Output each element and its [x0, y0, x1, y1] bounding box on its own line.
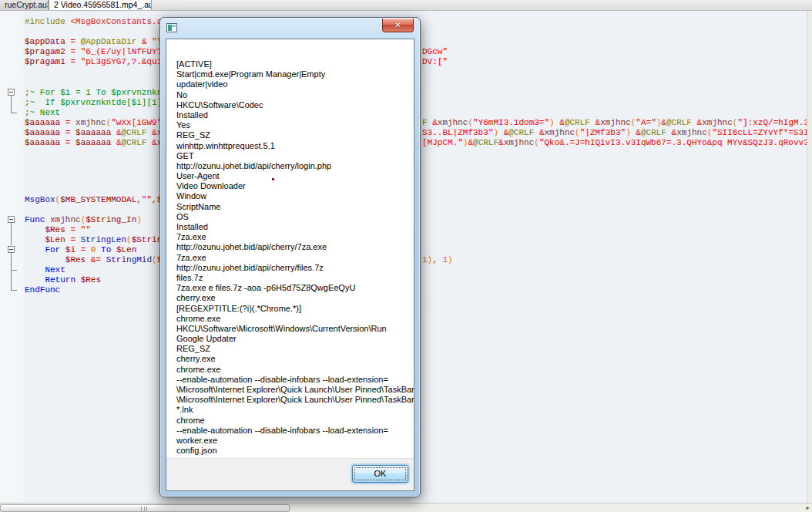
dialog-message-line: Video Downloader	[176, 181, 408, 191]
code-token: &	[152, 138, 157, 147]
code-token: (	[534, 138, 539, 147]
dialog-message-line: chrome	[176, 416, 408, 426]
code-token: xmjhnc	[438, 118, 468, 127]
code-token: ;~ For $i = 1 To $pxrvnznkntde	[25, 88, 177, 97]
code-token: @AppDataDir	[81, 37, 137, 46]
code-token	[60, 118, 65, 127]
code-token: @CRLF	[473, 138, 498, 147]
code-token: @CRLF	[508, 128, 534, 137]
dialog-message-line: updater|video	[176, 79, 408, 89]
code-token: "Y6mMI3.1dom3="	[473, 118, 549, 127]
code-token: xmjhnc	[50, 215, 81, 224]
code-fragment-right-of-dialog: 1), 1)	[422, 255, 453, 265]
code-token: $aaaaaa	[25, 118, 60, 127]
dialog-message-line: files.7z	[176, 273, 408, 283]
dialog-message-line: User-Agent	[176, 171, 408, 181]
code-token	[111, 245, 116, 254]
code-token: $Res	[45, 225, 65, 234]
code-token: "]:xzQ/=hIgM.3Qx=m3&"	[737, 118, 807, 127]
code-token	[534, 128, 539, 137]
code-token	[60, 128, 65, 137]
code-token: $Res	[81, 275, 101, 285]
code-token: $pragam1	[25, 57, 65, 66]
code-token: )	[626, 128, 631, 137]
code-token: ;~ Next	[25, 108, 60, 117]
code-token	[86, 255, 91, 264]
code-token	[25, 225, 45, 234]
code-token: $MB_SYSTEMMODAL	[60, 195, 136, 204]
code-token	[75, 245, 81, 254]
code-token	[590, 118, 596, 127]
dialog-message-line: worker.exe	[176, 436, 408, 446]
dialog-message-line: 7za.exe e files.7z -aoa -p6H5d75Z8QwgEeQ…	[176, 283, 408, 293]
code-token: (	[152, 255, 157, 264]
code-token: EndFunc	[25, 285, 60, 295]
code-token	[498, 128, 504, 137]
dialog-message-line: Start|cmd.exe|Program Manager|Empty	[176, 69, 408, 79]
vertical-scrollbar[interactable]	[807, 11, 812, 503]
code-token	[25, 255, 65, 264]
dialog-message-line: cherry.exe	[176, 354, 408, 364]
dialog-message-line: http://ozunu.johet.bid/api/cherry/files.…	[176, 263, 408, 273]
dialog-message-line: OS	[176, 212, 408, 222]
code-token: xmjhnc	[75, 118, 106, 127]
code-token: xmjhnc	[600, 118, 631, 127]
code-token: ""	[142, 195, 152, 204]
dialog-footer: OK	[166, 458, 414, 490]
dialog-message-line: REG_SZ	[176, 130, 408, 140]
code-token	[692, 118, 697, 127]
horizontal-scrollbar[interactable]: ▸	[0, 503, 812, 512]
dialog-message-line: *.lnk	[176, 405, 408, 415]
code-fragment-right-of-dialog: DGcw"	[422, 47, 448, 57]
dialog-message-line: 7za.exe	[176, 232, 408, 242]
code-token: &	[661, 118, 666, 127]
code-token: 1	[422, 255, 428, 264]
code-token	[86, 245, 91, 254]
code-token: "wXx[iGW9"	[111, 118, 162, 127]
code-token: "A="	[636, 118, 656, 127]
tab-label: rueCrypt.au3	[5, 0, 49, 9]
code-token	[25, 245, 45, 254]
code-token: $String_In	[86, 215, 136, 224]
code-token: &	[152, 128, 157, 137]
tab-ruecrypt[interactable]: rueCrypt.au3	[0, 0, 49, 10]
code-token	[666, 128, 672, 137]
code-token: DV:["	[422, 57, 448, 66]
code-token: $Res	[65, 255, 86, 264]
code-token: &	[432, 118, 438, 127]
tab-label: 2 Video.45956581.mp4_.au3	[54, 0, 152, 9]
ok-button[interactable]: OK	[352, 465, 408, 483]
scrollbar-right-arrow-icon[interactable]: ▸	[804, 504, 811, 512]
dialog-message-line: HKCU\Software\Microsoft\Windows\CurrentV…	[176, 324, 408, 334]
scrollbar-grip-icon	[141, 507, 147, 511]
code-token: "SII6cLL=ZYvYf*=S3If0omLM6c	[712, 128, 807, 137]
code-token: $aaaaaa	[75, 128, 111, 137]
dialog-message-line: HKCU\Software\Codec	[176, 100, 408, 110]
tab-video-mp4-au3[interactable]: 2 Video.45956581.mp4_.au3	[49, 0, 152, 10]
dialog-message-line: Yes	[176, 120, 408, 130]
code-token: (	[126, 235, 132, 244]
code-fragment-right-of-dialog: [MJpCM.")&@CRLF&xmjhnc("Qko&.=J=hIQivI3.…	[422, 138, 807, 148]
dialog-message-line: chrome.exe	[176, 314, 408, 324]
code-token: DGcw"	[422, 47, 448, 56]
dialog-message-line: GET	[176, 151, 408, 161]
code-token: (	[575, 128, 580, 137]
dialog-titlebar[interactable]: ✕	[160, 18, 420, 39]
code-token	[75, 47, 81, 56]
code-token: @CRLF	[121, 138, 146, 147]
horizontal-scrollbar-thumb[interactable]	[0, 504, 290, 512]
dialog-message-line: http://ozunu.johet.bid/api/cherry/login.…	[176, 161, 408, 171]
code-token: ;~ If $pxrvnznkntde[$i][1] <>	[25, 98, 177, 107]
close-button[interactable]: ✕	[382, 19, 414, 32]
code-token: Return	[45, 275, 75, 285]
dialog-message-line: config.json	[176, 446, 408, 456]
code-fragment-right-of-dialog: F &xmjhnc("Y6mMI3.1dom3=") &@CRLF &xmjhn…	[422, 118, 807, 128]
code-token: MsgBox	[25, 195, 55, 204]
dialog-message-line: winhttp.winhttprequest.5.1	[176, 141, 408, 151]
code-token	[60, 138, 65, 147]
code-token: Func	[25, 215, 45, 224]
stray-red-dot	[272, 178, 274, 180]
dialog-message-line: Installed	[176, 222, 408, 232]
dialog-message-line: http://ozunu.johet.bid/api/cherry/7za.ex…	[176, 242, 408, 252]
code-token	[25, 275, 45, 285]
